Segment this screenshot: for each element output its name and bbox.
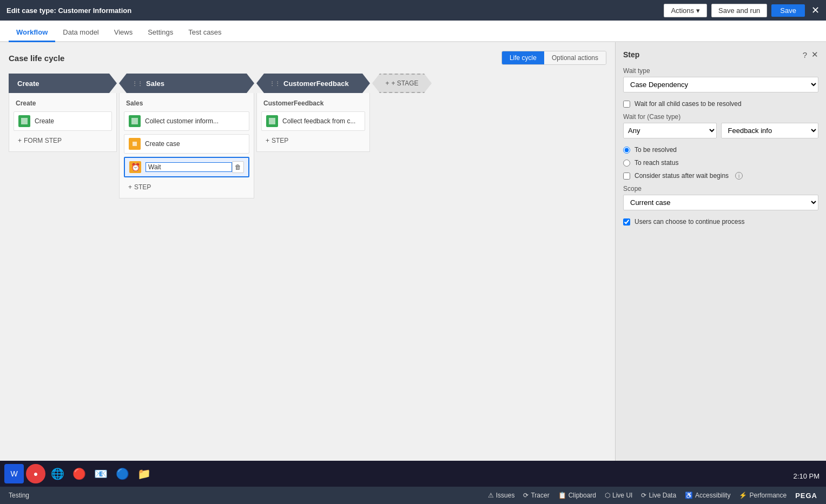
live-data-btn[interactable]: ⟳ Live Data bbox=[641, 492, 676, 499]
tab-settings[interactable]: Settings bbox=[140, 24, 181, 42]
step-create-case[interactable]: Create case bbox=[124, 134, 249, 154]
tab-views[interactable]: Views bbox=[107, 24, 140, 42]
step-collect-feedback-icon bbox=[266, 115, 278, 127]
panel-help-btn[interactable]: ? bbox=[803, 50, 807, 59]
panel-title: Step bbox=[623, 50, 639, 59]
consider-status-row: Consider status after wait begins i bbox=[623, 172, 818, 180]
top-bar: Edit case type: Customer Information Act… bbox=[0, 0, 826, 21]
pega-brand: PEGA bbox=[795, 492, 817, 500]
create-stage-sublabel: Create bbox=[14, 97, 112, 111]
step-wait-input[interactable] bbox=[146, 162, 232, 172]
clipboard-btn[interactable]: 📋 Clipboard bbox=[558, 492, 596, 499]
step-wait[interactable]: ⏰ 🗑 bbox=[124, 157, 249, 177]
wait-type-label: Wait type bbox=[623, 67, 818, 75]
close-button[interactable]: ✕ bbox=[811, 4, 820, 16]
step-collect-feedback[interactable]: Collect feedback from c... bbox=[261, 111, 365, 131]
wait-for-row: Any All Feedback info Customer Info bbox=[623, 123, 818, 138]
top-bar-actions: Actions ▾ Save and run Save ✕ bbox=[664, 4, 820, 17]
wait-for-any-select[interactable]: Any All bbox=[623, 123, 717, 138]
stage-feedback-header[interactable]: ⋮⋮ CustomerFeedback bbox=[256, 74, 370, 93]
step-wait-icon: ⏰ bbox=[129, 161, 141, 173]
add-form-step-btn[interactable]: + FORM STEP bbox=[14, 134, 66, 147]
step-create-case-icon bbox=[129, 138, 141, 150]
tab-test-cases[interactable]: Test cases bbox=[181, 24, 229, 42]
tracer-icon: ⟳ bbox=[523, 492, 528, 499]
main-area: Case life cycle Life cycle Optional acti… bbox=[0, 42, 826, 487]
taskbar-icon-3[interactable]: 🌐 bbox=[48, 464, 67, 483]
stage-customer-feedback: ⋮⋮ CustomerFeedback CustomerFeedback Col… bbox=[256, 74, 370, 152]
status-bar: Testing ⚠ Issues ⟳ Tracer 📋 Clipboard ⬡ … bbox=[0, 487, 826, 504]
add-step-sales-label: STEP bbox=[134, 183, 151, 191]
issues-btn[interactable]: ⚠ Issues bbox=[488, 492, 515, 499]
svg-rect-0 bbox=[21, 118, 28, 124]
add-step-feedback-btn[interactable]: + STEP bbox=[261, 134, 293, 147]
sales-stage-label: Sales bbox=[146, 79, 164, 88]
taskbar-icon-6[interactable]: 🔵 bbox=[113, 464, 132, 483]
save-button[interactable]: Save bbox=[771, 4, 805, 17]
add-stage-button[interactable]: + + STAGE bbox=[372, 74, 432, 93]
wait-type-group: Wait type Case Dependency Timer User Eve… bbox=[623, 67, 818, 92]
feedback-stage-label: CustomerFeedback bbox=[283, 79, 349, 88]
plus-icon: + bbox=[18, 137, 22, 144]
consider-status-checkbox[interactable] bbox=[623, 173, 630, 180]
live-ui-label: Live UI bbox=[612, 492, 632, 499]
tab-data-model[interactable]: Data model bbox=[55, 24, 106, 42]
stage-create-header[interactable]: Create bbox=[9, 74, 117, 93]
step-create-label: Create bbox=[35, 117, 54, 125]
step-wait-delete-btn[interactable]: 🗑 bbox=[232, 161, 244, 173]
tracer-btn[interactable]: ⟳ Tracer bbox=[523, 492, 549, 499]
accessibility-btn[interactable]: ♿ Accessibility bbox=[685, 492, 730, 499]
stages-row: Create Create Create + FORM STEP bbox=[9, 74, 606, 198]
to-reach-status-label: To reach status bbox=[635, 159, 678, 167]
toggle-lifecycle-btn[interactable]: Life cycle bbox=[502, 51, 544, 64]
time-display: 2:10 PM bbox=[794, 472, 820, 480]
step-collect-feedback-label: Collect feedback from c... bbox=[282, 117, 355, 125]
add-form-step-label: FORM STEP bbox=[24, 137, 62, 144]
panel-header-icons: ? ✕ bbox=[803, 50, 818, 59]
right-panel: Step ? ✕ Wait type Case Dependency Timer… bbox=[615, 42, 826, 487]
taskbar: W ● 🌐 🔴 📧 🔵 📁 bbox=[0, 461, 826, 487]
accessibility-icon: ♿ bbox=[685, 492, 693, 499]
live-ui-btn[interactable]: ⬡ Live UI bbox=[605, 492, 632, 499]
consider-status-label: Consider status after wait begins bbox=[635, 172, 729, 180]
plus-icon-stage: + bbox=[385, 79, 389, 87]
stage-create: Create Create Create + FORM STEP bbox=[9, 74, 117, 152]
add-step-sales-btn[interactable]: + STEP bbox=[124, 181, 155, 194]
stage-feedback-body: CustomerFeedback Collect feedback from c… bbox=[256, 93, 370, 152]
users-continue-checkbox[interactable] bbox=[623, 218, 630, 226]
performance-btn[interactable]: ⚡ Performance bbox=[739, 492, 787, 499]
stage-sales-header[interactable]: ⋮⋮ Sales bbox=[119, 74, 254, 93]
taskbar-icon-1[interactable]: W bbox=[4, 464, 24, 483]
consider-status-info-icon[interactable]: i bbox=[735, 172, 743, 180]
svg-rect-2 bbox=[133, 142, 137, 146]
step-collect-customer-icon bbox=[129, 115, 141, 127]
wait-for-type-select[interactable]: Feedback info Customer Info bbox=[721, 123, 819, 138]
wait-type-select[interactable]: Case Dependency Timer User Event bbox=[623, 77, 818, 92]
save-and-run-button[interactable]: Save and run bbox=[711, 4, 767, 17]
taskbar-icon-7[interactable]: 📁 bbox=[134, 464, 154, 483]
to-be-resolved-label: To be resolved bbox=[635, 146, 677, 154]
wait-all-child-checkbox[interactable] bbox=[623, 101, 630, 108]
status-env: Testing bbox=[9, 492, 29, 499]
panel-close-btn[interactable]: ✕ bbox=[811, 50, 818, 59]
step-create-case-label: Create case bbox=[145, 140, 180, 148]
canvas-area: Case life cycle Life cycle Optional acti… bbox=[0, 42, 615, 487]
add-step-feedback-label: STEP bbox=[272, 137, 288, 144]
clipboard-label: Clipboard bbox=[569, 492, 596, 499]
scope-select[interactable]: Current case All cases bbox=[623, 195, 818, 210]
toggle-optional-btn[interactable]: Optional actions bbox=[544, 51, 606, 64]
plus-icon-sales: + bbox=[128, 183, 132, 191]
status-bar-right: ⚠ Issues ⟳ Tracer 📋 Clipboard ⬡ Live UI … bbox=[488, 492, 817, 500]
taskbar-icon-2[interactable]: ● bbox=[26, 464, 45, 483]
taskbar-icon-4[interactable]: 🔴 bbox=[69, 464, 89, 483]
stage-sales-body: Sales Collect customer inform... Create … bbox=[119, 93, 254, 198]
to-reach-status-radio[interactable] bbox=[623, 160, 630, 167]
step-create[interactable]: Create bbox=[14, 111, 112, 131]
taskbar-icon-5[interactable]: 📧 bbox=[91, 464, 110, 483]
to-be-resolved-radio[interactable] bbox=[623, 147, 630, 154]
sales-stage-sublabel: Sales bbox=[124, 97, 249, 111]
actions-button[interactable]: Actions ▾ bbox=[664, 4, 707, 17]
step-collect-customer[interactable]: Collect customer inform... bbox=[124, 111, 249, 131]
tab-workflow[interactable]: Workflow bbox=[9, 24, 55, 42]
users-continue-row: Users can choose to continue process bbox=[623, 218, 818, 226]
